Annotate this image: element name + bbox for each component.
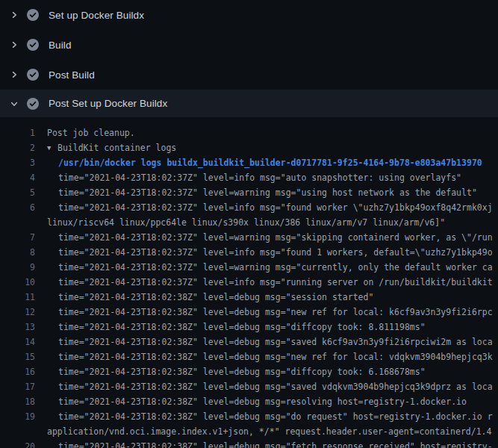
log-line: 19time="2021-04-23T18:02:38Z" level=debu… bbox=[0, 409, 498, 424]
log-line-text: time="2021-04-23T18:02:38Z" level=debug … bbox=[58, 335, 493, 349]
log-line-number[interactable]: 14 bbox=[0, 335, 35, 349]
chevron-right-icon bbox=[10, 40, 19, 49]
log-line-number[interactable]: 9 bbox=[0, 260, 35, 275]
log-group-header[interactable]: ▼BuildKit container logs bbox=[47, 140, 176, 155]
log-line-number[interactable]: 6 bbox=[0, 200, 35, 215]
log-line: 9time="2021-04-23T18:02:37Z" level=warni… bbox=[0, 260, 498, 275]
log-line-number[interactable]: 16 bbox=[0, 364, 35, 379]
log-viewer: 1Post job cleanup.2▼BuildKit container l… bbox=[0, 117, 498, 448]
log-line: 14time="2021-04-23T18:02:38Z" level=debu… bbox=[0, 335, 498, 349]
log-line: 1Post job cleanup. bbox=[0, 125, 498, 140]
log-line-text: time="2021-04-23T18:02:37Z" level=info m… bbox=[58, 275, 493, 290]
log-line: 12time="2021-04-23T18:02:38Z" level=debu… bbox=[0, 305, 498, 320]
log-line-number[interactable]: 19 bbox=[0, 409, 35, 424]
check-circle-icon bbox=[27, 39, 39, 51]
log-line-text: time="2021-04-23T18:02:37Z" level=info m… bbox=[58, 245, 493, 260]
log-line-number bbox=[0, 215, 35, 230]
log-line-number[interactable]: 12 bbox=[0, 305, 35, 320]
log-line: 7time="2021-04-23T18:02:37Z" level=warni… bbox=[0, 230, 498, 245]
log-line-text: Post job cleanup. bbox=[47, 125, 135, 140]
log-line-text: time="2021-04-23T18:02:37Z" level=warnin… bbox=[58, 260, 493, 275]
log-line: 5time="2021-04-23T18:02:37Z" level=warni… bbox=[0, 185, 498, 200]
log-line-text: time="2021-04-23T18:02:37Z" level=warnin… bbox=[58, 230, 493, 245]
log-line: 16time="2021-04-23T18:02:38Z" level=debu… bbox=[0, 364, 498, 379]
log-line-number[interactable]: 17 bbox=[0, 379, 35, 394]
log-line: 18time="2021-04-23T18:02:38Z" level=debu… bbox=[0, 394, 498, 409]
log-line: 17time="2021-04-23T18:02:38Z" level=debu… bbox=[0, 379, 498, 394]
step-label: Build bbox=[49, 40, 72, 51]
check-circle-icon bbox=[27, 98, 39, 110]
log-line: 10time="2021-04-23T18:02:37Z" level=info… bbox=[0, 275, 498, 290]
log-line-number[interactable]: 7 bbox=[0, 230, 35, 245]
log-line: 15time="2021-04-23T18:02:38Z" level=debu… bbox=[0, 349, 498, 364]
log-line-text: time="2021-04-23T18:02:38Z" level=debug … bbox=[58, 439, 493, 448]
log-line: 20time="2021-04-23T18:02:38Z" level=debu… bbox=[0, 439, 498, 448]
step-list: Set up Docker Buildx Build Post Build Po… bbox=[0, 0, 498, 117]
log-line: 13time="2021-04-23T18:02:38Z" level=debu… bbox=[0, 320, 498, 335]
log-line: 2▼BuildKit container logs bbox=[0, 140, 498, 155]
log-line-number[interactable]: 8 bbox=[0, 245, 35, 260]
log-line-number[interactable]: 5 bbox=[0, 185, 35, 200]
log-line: 4time="2021-04-23T18:02:37Z" level=info … bbox=[0, 170, 498, 185]
step-label: Set up Docker Buildx bbox=[49, 10, 144, 21]
log-line-text: time="2021-04-23T18:02:38Z" level=debug … bbox=[58, 364, 426, 379]
log-line: linux/riscv64 linux/ppc64le linux/s390x … bbox=[0, 215, 498, 230]
log-line: 8time="2021-04-23T18:02:37Z" level=info … bbox=[0, 245, 498, 260]
log-line-text: time="2021-04-23T18:02:38Z" level=debug … bbox=[58, 305, 493, 320]
chevron-right-icon bbox=[10, 70, 19, 79]
step-label: Post Build bbox=[49, 69, 95, 81]
log-line-number[interactable]: 3 bbox=[0, 155, 35, 170]
log-line-text: time="2021-04-23T18:02:38Z" level=debug … bbox=[58, 394, 467, 409]
log-line-number[interactable]: 2 bbox=[0, 140, 35, 155]
log-line-number[interactable]: 4 bbox=[0, 170, 35, 185]
log-command-text: /usr/bin/docker logs buildx_buildkit_bui… bbox=[58, 155, 482, 170]
log-line-text: time="2021-04-23T18:02:38Z" level=debug … bbox=[58, 409, 493, 424]
log-line-text: time="2021-04-23T18:02:38Z" level=debug … bbox=[58, 379, 493, 394]
log-line-number[interactable]: 15 bbox=[0, 349, 35, 364]
log-line-text: application/vnd.oci.image.index.v1+json,… bbox=[47, 424, 491, 439]
step-row-post-set-up-docker-buildx[interactable]: Post Set up Docker Buildx bbox=[0, 90, 498, 117]
chevron-down-icon bbox=[10, 99, 19, 108]
log-line-number[interactable]: 1 bbox=[0, 125, 35, 140]
log-line-number[interactable]: 10 bbox=[0, 275, 35, 290]
step-row-post-build[interactable]: Post Build bbox=[0, 60, 498, 90]
log-line: application/vnd.oci.image.index.v1+json,… bbox=[0, 424, 498, 439]
log-line: 6time="2021-04-23T18:02:37Z" level=info … bbox=[0, 200, 498, 215]
step-label: Post Set up Docker Buildx bbox=[49, 98, 167, 109]
log-line-text: time="2021-04-23T18:02:37Z" level=info m… bbox=[58, 200, 493, 215]
log-line-number[interactable]: 18 bbox=[0, 394, 35, 409]
log-line: 3/usr/bin/docker logs buildx_buildkit_bu… bbox=[0, 155, 498, 170]
step-row-set-up-docker-buildx[interactable]: Set up Docker Buildx bbox=[0, 0, 498, 30]
step-row-build[interactable]: Build bbox=[0, 30, 498, 60]
log-line-text: time="2021-04-23T18:02:38Z" level=debug … bbox=[58, 290, 373, 305]
log-line-text: time="2021-04-23T18:02:38Z" level=debug … bbox=[58, 320, 426, 335]
chevron-right-icon bbox=[10, 10, 19, 19]
log-line-text: linux/riscv64 linux/ppc64le linux/s390x … bbox=[47, 215, 445, 230]
log-line-number bbox=[0, 424, 35, 439]
check-circle-icon bbox=[27, 69, 39, 81]
log-line-number[interactable]: 13 bbox=[0, 320, 35, 335]
log-line-number[interactable]: 20 bbox=[0, 439, 35, 448]
log-line: 11time="2021-04-23T18:02:38Z" level=debu… bbox=[0, 290, 498, 305]
check-circle-icon bbox=[27, 9, 39, 21]
log-line-number[interactable]: 11 bbox=[0, 290, 35, 305]
log-line-text: time="2021-04-23T18:02:37Z" level=info m… bbox=[58, 170, 461, 185]
log-line-text: time="2021-04-23T18:02:38Z" level=debug … bbox=[58, 349, 493, 364]
triangle-down-icon: ▼ bbox=[47, 140, 57, 155]
log-line-text: time="2021-04-23T18:02:37Z" level=warnin… bbox=[58, 185, 477, 200]
